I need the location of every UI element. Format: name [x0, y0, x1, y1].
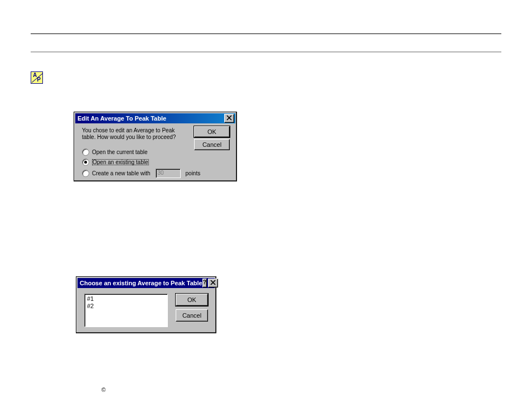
points-input[interactable]: 30	[156, 169, 181, 178]
list-item[interactable]: #2	[87, 303, 165, 310]
page: A P Edit An Average To Peak Table You ch…	[0, 0, 532, 412]
radio-create-new-suffix: points	[186, 170, 201, 176]
ap-icon-letter-p: P	[37, 77, 41, 83]
dialog1-body: You chose to edit an Average to Peak tab…	[76, 124, 234, 179]
dialog1-message: You chose to edit an Average to Peak tab…	[82, 127, 188, 141]
ok-button[interactable]: OK	[194, 126, 230, 137]
dialog1-title: Edit An Average To Peak Table	[78, 115, 224, 122]
copyright-mark: ©	[101, 387, 105, 393]
divider-gray	[31, 51, 501, 52]
divider-black	[31, 33, 501, 34]
close-icon[interactable]	[208, 279, 218, 288]
ap-icon-inner: A P	[32, 73, 42, 83]
dialog2-titlebar[interactable]: Choose an existing Average to Peak Table…	[78, 278, 215, 288]
radio-open-current-label: Open the current table	[92, 149, 148, 155]
radio-open-current[interactable]: Open the current table	[82, 148, 200, 156]
dialog2-body: #1 #2 OK Cancel	[79, 289, 214, 330]
radio-open-existing-label: Open an existing table	[92, 159, 149, 165]
radio-create-new[interactable]: Create a new table with 30 points	[82, 169, 200, 178]
radio-icon	[82, 170, 89, 177]
dialog1-options: Open the current table Open an existing …	[82, 146, 200, 181]
ap-icon-letter-a: A	[33, 73, 37, 78]
help-icon[interactable]: ?	[202, 279, 207, 288]
choose-existing-table-dialog: Choose an existing Average to Peak Table…	[76, 276, 216, 333]
radio-icon	[82, 159, 89, 166]
edit-average-to-peak-dialog: Edit An Average To Peak Table You chose …	[74, 112, 237, 181]
dialog1-titlebar[interactable]: Edit An Average To Peak Table	[75, 113, 235, 123]
cancel-button[interactable]: Cancel	[176, 309, 208, 322]
radio-create-new-prefix: Create a new table with	[92, 170, 151, 176]
average-to-peak-toolbar-icon[interactable]: A P	[31, 71, 43, 84]
radio-icon	[82, 148, 89, 156]
dialog2-title: Choose an existing Average to Peak Table	[80, 280, 202, 286]
close-icon[interactable]	[224, 114, 234, 123]
table-listbox[interactable]: #1 #2	[84, 294, 168, 327]
radio-open-existing[interactable]: Open an existing table	[82, 159, 200, 166]
list-item[interactable]: #1	[87, 295, 165, 303]
ok-button[interactable]: OK	[176, 294, 208, 306]
dialog2-button-group: OK Cancel	[176, 294, 208, 322]
